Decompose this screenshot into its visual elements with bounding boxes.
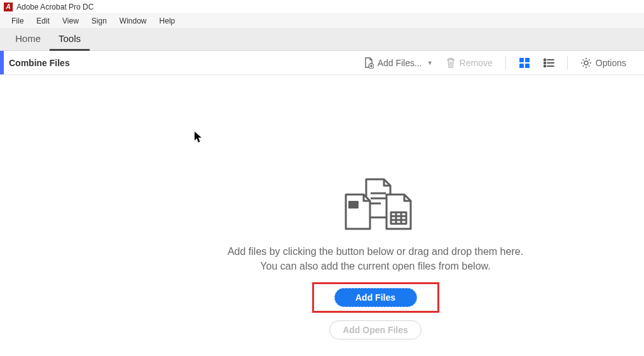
- menu-sign[interactable]: Sign: [85, 15, 113, 27]
- mouse-cursor-icon: [194, 131, 203, 147]
- trash-icon: [446, 57, 456, 69]
- svg-line-18: [589, 59, 590, 60]
- svg-point-11: [584, 61, 588, 65]
- chevron-down-icon: ▼: [427, 60, 433, 66]
- svg-point-9: [544, 65, 545, 67]
- svg-rect-23: [348, 201, 359, 209]
- svg-rect-2: [525, 58, 530, 62]
- menu-view[interactable]: View: [56, 15, 85, 27]
- tool-title: Combine Files: [9, 58, 70, 68]
- list-icon: [543, 57, 554, 69]
- add-files-button[interactable]: Add Files: [334, 288, 417, 307]
- main-area[interactable]: Add files by clicking the button below o…: [0, 75, 644, 356]
- page-plus-icon: [364, 57, 374, 69]
- divider: [505, 56, 506, 70]
- svg-rect-3: [519, 64, 524, 68]
- svg-line-16: [582, 59, 584, 60]
- app-title: Adobe Acrobat Pro DC: [17, 3, 93, 11]
- menu-help[interactable]: Help: [153, 15, 182, 27]
- divider: [567, 56, 568, 70]
- menubar: File Edit View Sign Window Help: [0, 14, 644, 28]
- tool-accent: [0, 51, 4, 74]
- remove-label: Remove: [460, 58, 493, 68]
- instruction-line-1: Add files by clicking the button below o…: [185, 244, 566, 259]
- svg-line-17: [589, 65, 590, 67]
- gear-icon: [580, 57, 592, 69]
- grid-icon: [519, 57, 530, 69]
- tab-tools[interactable]: Tools: [50, 28, 90, 51]
- tabsbar: Home Tools: [0, 28, 644, 51]
- titlebar: A Adobe Acrobat Pro DC: [0, 0, 644, 14]
- drop-instruction: Add files by clicking the button below o…: [185, 244, 566, 273]
- drop-zone: Add files by clicking the button below o…: [185, 177, 566, 339]
- add-files-dropdown[interactable]: Add Files... ▼: [357, 55, 439, 71]
- tab-home[interactable]: Home: [6, 28, 50, 51]
- files-stack-icon: [334, 177, 417, 236]
- svg-rect-4: [525, 64, 530, 68]
- highlight-annotation: Add Files: [312, 282, 439, 313]
- remove-button: Remove: [439, 55, 499, 71]
- options-label: Options: [596, 58, 626, 68]
- menu-file[interactable]: File: [5, 15, 30, 27]
- app-icon: A: [4, 3, 13, 11]
- svg-line-19: [582, 65, 584, 67]
- instruction-line-2: You can also add the current open files …: [185, 259, 566, 273]
- svg-point-5: [544, 58, 545, 60]
- menu-edit[interactable]: Edit: [30, 15, 56, 27]
- toolbar: Combine Files Add Files... ▼ Remove: [0, 51, 644, 75]
- svg-point-7: [544, 62, 545, 64]
- menu-window[interactable]: Window: [113, 15, 153, 27]
- add-open-files-button[interactable]: Add Open Files: [329, 320, 421, 339]
- view-grid-button[interactable]: [512, 55, 537, 71]
- svg-rect-1: [519, 58, 524, 62]
- add-files-label: Add Files...: [378, 58, 422, 68]
- view-list-button[interactable]: [537, 55, 561, 71]
- options-button[interactable]: Options: [574, 55, 633, 71]
